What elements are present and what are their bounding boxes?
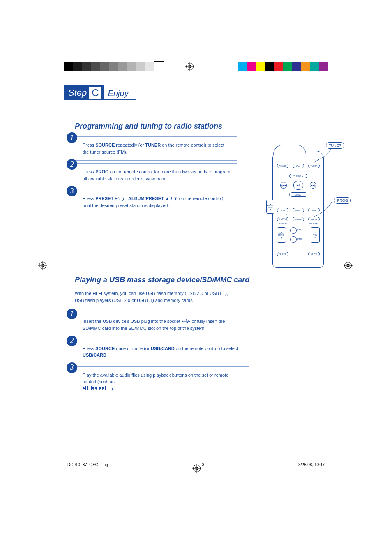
crop-mark xyxy=(47,485,62,485)
remote-btn-timer: TIMER xyxy=(293,217,304,221)
playback-icons xyxy=(83,386,111,391)
registration-mark xyxy=(186,63,194,70)
remote-btn-next: ▶▶▮ xyxy=(310,182,316,189)
remote-btn-tuning-plus: TUNING + xyxy=(289,174,307,178)
registration-mark xyxy=(39,262,46,269)
callout-tuner: TUNER xyxy=(326,142,344,149)
remote-btn-power: POWER xyxy=(277,164,288,168)
svg-rect-6 xyxy=(91,386,92,390)
remote-btn-menu: MENU xyxy=(293,208,304,212)
remote-btn-ipod: iPod xyxy=(293,164,304,168)
step-number: 3 xyxy=(67,186,77,196)
remote-btn-vol: + VOL – xyxy=(311,227,320,243)
registration-mark xyxy=(344,262,352,269)
remote-btn-dsc xyxy=(290,227,297,234)
remote-btn-sleep: SLEEP xyxy=(277,252,288,256)
crop-mark xyxy=(62,485,62,500)
step-letter: C xyxy=(89,87,101,99)
remote-btn-usb: USB xyxy=(277,208,288,212)
svg-point-3 xyxy=(187,322,188,323)
footer-page-number: 3 xyxy=(202,463,205,467)
remote-btn-mute: MUTE xyxy=(308,252,320,256)
usb-icon xyxy=(182,318,191,325)
remote-btn-prev: ▮◀◀ xyxy=(280,182,287,189)
step-number: 2 xyxy=(67,159,77,170)
svg-rect-2 xyxy=(186,320,187,320)
svg-point-1 xyxy=(182,321,182,322)
footer-date: 8/25/08, 10:47 xyxy=(298,463,325,467)
remote-label-dbb: DBB xyxy=(297,238,302,240)
section-title-usb: Playing a USB mass storage device/SD/MMC… xyxy=(75,276,328,284)
section-subtitle: With the Hi-Fi system, you can use USB f… xyxy=(75,290,328,304)
grayscale-bar xyxy=(64,62,164,71)
step-number: 1 xyxy=(67,309,77,319)
step-number: 2 xyxy=(67,336,77,346)
step-text: Insert the USB device's USB plug into th… xyxy=(75,313,249,337)
step-number: 3 xyxy=(67,362,77,373)
remote-btn-tuner: TUNER xyxy=(308,164,320,168)
page-footer: DC910_37_QSG_Eng 3 8/25/08, 10:47 xyxy=(64,463,328,467)
crop-mark xyxy=(330,485,345,485)
footer-filename: DC910_37_QSG_Eng xyxy=(67,463,108,467)
remote-label-sd: SD xyxy=(285,213,288,216)
remote-btn-play: ▶Ⅱ xyxy=(293,181,303,190)
section-title-radio: Programming and tuning to radio stations xyxy=(75,122,328,131)
step-subtitle: Enjoy xyxy=(104,86,136,100)
step-text: Press SOURCE once or more (or USB/CARD o… xyxy=(75,340,249,364)
remote-btn-album-preset: ▲ ALBUM/ PRESET ▼ xyxy=(266,200,274,214)
step-text: Play the available audio files using pla… xyxy=(75,366,249,398)
step-number: 1 xyxy=(67,132,77,143)
remote-btn-dbb xyxy=(290,236,297,243)
step-banner: Step C Enjoy xyxy=(64,84,136,101)
callout-line xyxy=(314,202,337,219)
remote-diagram: POWER iPod TUNER TUNING + ▮◀◀ ▶Ⅱ ▶▶▮ TUN… xyxy=(263,145,341,276)
crop-mark xyxy=(62,55,62,70)
remote-btn-shuffle: SHUFFLE xyxy=(277,217,288,221)
step-text: Press PROG on the remote control for mor… xyxy=(75,163,237,187)
step-word: Step xyxy=(68,88,87,98)
crop-mark xyxy=(330,485,330,500)
remote-label-settime: SET TIME xyxy=(308,222,318,225)
remote-btn-album-preset-2: ▲ ALBUM/ PRESET ▼ xyxy=(277,227,286,243)
svg-rect-5 xyxy=(87,386,88,390)
callout-line xyxy=(314,149,337,163)
crop-mark xyxy=(330,70,345,70)
svg-rect-7 xyxy=(105,386,106,390)
crop-mark xyxy=(330,55,330,70)
remote-label-dsc: DSC xyxy=(297,228,302,231)
step-text: Press PRESET +/- (or ALBUM/PRESET ▲ / ▼ … xyxy=(75,190,237,214)
color-bar xyxy=(238,62,328,71)
step-text: Press SOURCE repeatedly (or TUNER on the… xyxy=(75,136,237,161)
crop-mark xyxy=(47,70,62,70)
svg-rect-4 xyxy=(85,386,86,390)
remote-label-repeat: REPEAT xyxy=(279,222,287,225)
remote-btn-tuning-minus: TUNING – xyxy=(289,192,307,197)
